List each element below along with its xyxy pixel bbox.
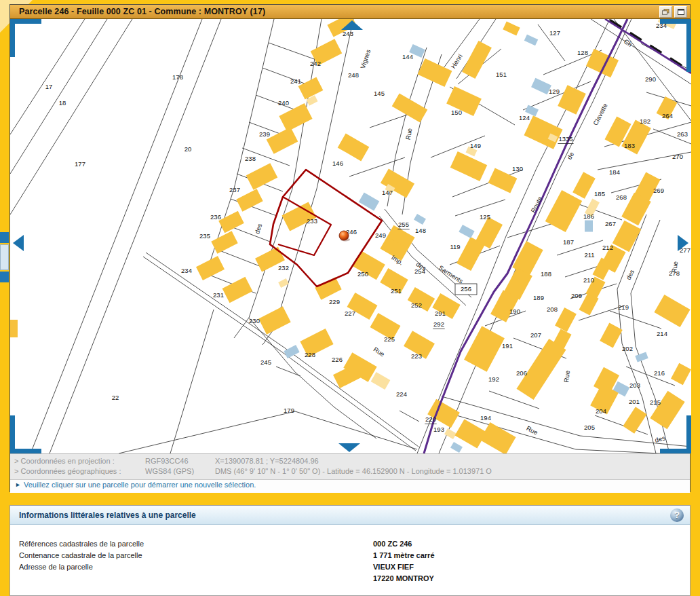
parcel-number-label[interactable]: 22 [112, 394, 119, 401]
parcel-number-label[interactable]: 193 [433, 426, 444, 433]
parcel-number-label[interactable]: 124 [519, 114, 530, 122]
parcel-number-label[interactable]: 182 [640, 117, 650, 125]
parcel-number-label[interactable]: 291 [435, 310, 446, 317]
parcel-number-label[interactable]: 129 [549, 88, 560, 95]
parcel-number-label[interactable]: 189 [533, 294, 544, 301]
parcel-number-label[interactable]: 234 [181, 267, 192, 274]
parcel-info-value: 000 ZC 246 [373, 540, 412, 548]
parcel-number-label[interactable]: 178 [172, 73, 183, 81]
parcel-number-label[interactable]: 206 [516, 369, 527, 377]
parcel-number-label[interactable]: 263 [677, 130, 688, 138]
parcel-number-label[interactable]: 237 [229, 186, 240, 193]
parcel-number-label[interactable]: 232 [278, 264, 289, 272]
parcel-number-label[interactable]: 190 [509, 308, 520, 315]
parcel-number-label[interactable]: 146 [332, 160, 343, 167]
parcel-number-label[interactable]: 17 [45, 83, 53, 90]
parcel-number-label[interactable]: 241 [290, 77, 301, 85]
parcel-number-label[interactable]: 230 [249, 317, 260, 324]
maximize-window-icon[interactable] [674, 6, 687, 18]
parcel-number-label[interactable]: 1335 [558, 135, 572, 143]
parcel-number-label[interactable]: 147 [382, 189, 393, 196]
parcel-number-label[interactable]: 268 [616, 193, 627, 201]
parcel-number-label[interactable]: 226 [332, 356, 343, 363]
parcel-number-label[interactable]: 187 [563, 238, 574, 246]
parcel-number-label[interactable]: 256 [461, 285, 471, 293]
parcel-number-label[interactable]: 292 [433, 320, 444, 328]
parcel-number-label[interactable]: 236 [210, 213, 221, 221]
parcel-number-label[interactable]: 239 [259, 130, 270, 138]
parcel-number-label[interactable]: 130 [512, 165, 523, 172]
parcel-number-label[interactable]: 207 [530, 331, 541, 339]
parcel-number-label[interactable]: 205 [584, 424, 595, 431]
parcel-number-label[interactable]: 184 [609, 168, 620, 176]
parcel-number-label[interactable]: 235 [199, 232, 210, 240]
parcel-number-label[interactable]: 202 [622, 345, 633, 352]
cadastral-map[interactable]: 1718177178202217924523423123023222922822… [10, 19, 691, 453]
parcel-number-label[interactable]: 119 [450, 243, 460, 250]
parcel-number-label[interactable]: 149 [470, 142, 481, 149]
parcel-number-label[interactable]: 144 [402, 53, 413, 60]
parcel-number-label[interactable]: 204 [596, 407, 606, 415]
parcel-number-label[interactable]: 127 [549, 29, 560, 37]
parcel-number-label[interactable]: 148 [415, 227, 426, 234]
parcel-number-label[interactable]: 238 [245, 155, 256, 162]
restore-window-icon[interactable] [659, 6, 672, 18]
parcel-info-row: Adresse de la parcelleVIEUX FIEF17220 MO… [19, 563, 93, 571]
parcel-number-label[interactable]: 186 [583, 212, 594, 220]
help-icon[interactable]: ? [670, 508, 684, 522]
parcel-number-label[interactable]: 177 [75, 160, 85, 168]
parcel-number-label[interactable]: 267 [605, 220, 616, 227]
parcel-number-label[interactable]: 242 [310, 60, 321, 67]
parcel-number-label[interactable]: 191 [502, 342, 513, 350]
parcel-number-label[interactable]: 233 [307, 217, 317, 225]
parcel-number-label[interactable]: 211 [584, 251, 594, 259]
parcel-number-label[interactable]: 229 [329, 298, 340, 305]
parcel-number-label[interactable]: 215 [650, 398, 661, 406]
parcel-number-label[interactable]: 240 [278, 99, 289, 107]
parcel-number-label[interactable]: 194 [480, 414, 491, 422]
parcel-number-label[interactable]: 252 [411, 301, 422, 309]
parcel-number-label[interactable]: 192 [488, 375, 499, 383]
parcel-number-label[interactable]: 243 [343, 30, 353, 37]
parcel-number-label[interactable]: 18 [59, 99, 66, 107]
parcel-number-label[interactable]: 208 [547, 305, 558, 313]
parcel-number-label[interactable]: 183 [624, 142, 635, 149]
parcel-number-label[interactable]: 212 [602, 244, 613, 251]
parcel-number-label[interactable]: 203 [629, 381, 640, 389]
parcel-number-label[interactable]: 225 [384, 335, 395, 343]
parcel-number-label[interactable]: 185 [594, 190, 605, 198]
parcel-number-label[interactable]: 223 [411, 352, 422, 360]
parcel-number-label[interactable]: 250 [357, 270, 368, 278]
parcel-number-label[interactable]: 219 [618, 303, 629, 311]
parcel-number-label[interactable]: 245 [260, 358, 271, 366]
parcel-number-label[interactable]: 201 [629, 398, 640, 405]
parcel-number-label[interactable]: 125 [480, 213, 490, 221]
parcel-number-label[interactable]: 214 [657, 330, 667, 337]
parcel-number-label[interactable]: 188 [541, 270, 551, 278]
parcel-number-label[interactable]: 209 [571, 292, 582, 299]
parcel-number-label[interactable]: 210 [583, 276, 594, 284]
parcel-number-label[interactable]: 151 [496, 71, 507, 78]
parcel-number-label[interactable]: 150 [451, 109, 462, 116]
parcel-number-label[interactable]: 220 [425, 415, 436, 423]
parcel-number-label[interactable]: 248 [348, 71, 359, 79]
parcel-number-label[interactable]: 255 [398, 221, 409, 228]
parcel-number-label[interactable]: 290 [645, 75, 656, 83]
edge-toolbar-fragment [0, 272, 9, 282]
parcel-number-label[interactable]: 270 [672, 153, 683, 160]
parcel-number-label[interactable]: 216 [654, 369, 665, 377]
parcel-number-label[interactable]: 251 [391, 287, 402, 295]
parcel-number-label[interactable]: 224 [396, 390, 407, 398]
parcel-number-label[interactable]: 249 [375, 231, 386, 239]
parcel-number-label[interactable]: 264 [662, 112, 673, 119]
geographic-label: > Coordonnées géographiques : [14, 467, 145, 475]
parcel-number-label[interactable]: 145 [374, 90, 385, 97]
instruction-bar: ►Veuillez cliquer sur une parcelle pour … [10, 479, 690, 493]
parcel-number-label[interactable]: 269 [653, 187, 664, 194]
parcel-number-label[interactable]: 128 [577, 49, 588, 56]
parcel-number-label[interactable]: 231 [213, 291, 224, 299]
parcel-number-label[interactable]: 228 [305, 351, 315, 358]
parcel-number-label[interactable]: 227 [345, 310, 355, 317]
parcel-number-label[interactable]: 20 [184, 145, 192, 153]
parcel-number-label[interactable]: 179 [284, 407, 294, 414]
